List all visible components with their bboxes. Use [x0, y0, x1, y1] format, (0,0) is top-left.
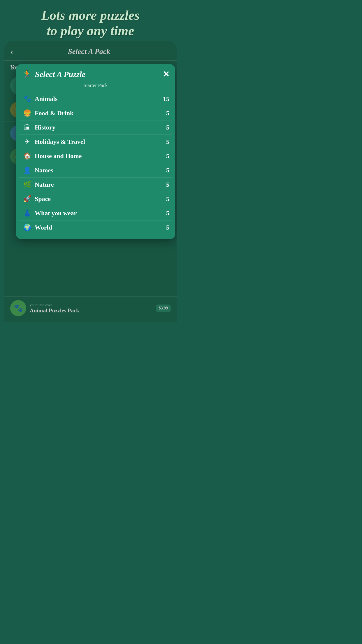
house-label: House and Home — [32, 152, 166, 160]
modal-item-history[interactable]: 🏛 History 5 — [19, 120, 172, 135]
header-background: Lots more puzzlesto play any time — [0, 0, 181, 47]
main-card: ‹ Select A Pack Your puzzle packs ★ 60 A… — [4, 41, 177, 322]
world-icon: 🌍 — [22, 224, 32, 231]
history-count: 5 — [166, 124, 169, 131]
food-label: Food & Drink — [32, 109, 166, 117]
animals-icon: 🐾 — [22, 95, 32, 103]
names-count: 5 — [166, 167, 169, 174]
space-icon: 🚀 — [22, 195, 32, 203]
modal-title: Select A Puzzle — [35, 70, 163, 79]
modal-item-names[interactable]: 👤 Names 5 — [19, 163, 172, 178]
holidays-count: 5 — [166, 138, 169, 146]
animals-label: Animals — [32, 95, 163, 103]
wear-label: What you wear — [32, 209, 166, 217]
modal-subtitle: Starter Pack — [16, 81, 175, 92]
modal-item-world[interactable]: 🌍 World 5 — [19, 220, 172, 235]
names-label: Names — [32, 167, 166, 174]
modal-item-space[interactable]: 🚀 Space 5 — [19, 192, 172, 206]
world-count: 5 — [166, 224, 169, 231]
modal-item-animals[interactable]: 🐾 Animals 15 — [19, 92, 172, 106]
modal-item-list: 🐾 Animals 15 🍔 Food & Drink 5 🏛 History … — [16, 92, 175, 239]
nature-label: Nature — [32, 181, 166, 188]
wear-icon: 👗 — [22, 209, 32, 217]
animals-count: 15 — [163, 95, 169, 103]
modal-close-button[interactable]: ✕ — [163, 69, 169, 79]
space-label: Space — [32, 195, 166, 203]
holidays-icon: ✈ — [22, 138, 32, 146]
nature-icon: 🌿 — [22, 181, 32, 188]
modal-item-holidays[interactable]: ✈ Holidays & Travel 5 — [19, 135, 172, 149]
history-icon: 🏛 — [22, 124, 32, 131]
food-count: 5 — [166, 109, 169, 117]
modal-item-nature[interactable]: 🌿 Nature 5 — [19, 178, 172, 192]
house-count: 5 — [166, 152, 169, 160]
world-label: World — [32, 224, 166, 231]
nature-count: 5 — [166, 181, 169, 188]
modal-item-wear[interactable]: 👗 What you wear 5 — [19, 206, 172, 220]
modal-item-food[interactable]: 🍔 Food & Drink 5 — [19, 106, 172, 120]
history-label: History — [32, 124, 166, 131]
modal-item-house[interactable]: 🏠 House and Home 5 — [19, 149, 172, 163]
wear-count: 5 — [166, 209, 169, 217]
space-count: 5 — [166, 195, 169, 203]
header-title: Lots more puzzlesto play any time — [41, 8, 140, 39]
running-icon: 🏃 — [22, 69, 32, 79]
modal-header: 🏃 Select A Puzzle ✕ — [16, 64, 175, 81]
house-icon: 🏠 — [22, 152, 32, 160]
names-icon: 👤 — [22, 167, 32, 174]
select-puzzle-modal: 🏃 Select A Puzzle ✕ Starter Pack 🐾 Anima… — [16, 64, 175, 239]
holidays-label: Holidays & Travel — [32, 138, 166, 146]
food-icon: 🍔 — [22, 109, 32, 117]
